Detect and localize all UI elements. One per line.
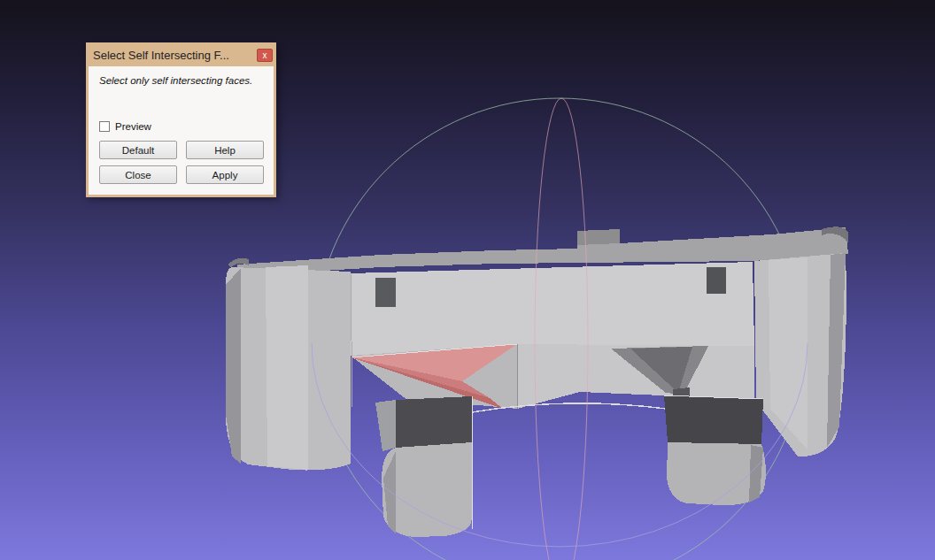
default-button[interactable]: Default: [99, 141, 177, 159]
dialog-description: Select only self intersecting faces.: [99, 75, 265, 86]
preview-checkbox-row[interactable]: Preview: [99, 121, 265, 132]
preview-checkbox[interactable]: [99, 121, 110, 132]
help-button[interactable]: Help: [186, 141, 264, 159]
dialog-buttons: Default Help Close Apply: [99, 141, 265, 184]
apply-button[interactable]: Apply: [186, 165, 264, 184]
dialog-body: Select only self intersecting faces. Pre…: [89, 66, 274, 195]
preview-label: Preview: [115, 121, 151, 132]
close-button[interactable]: Close: [99, 165, 177, 184]
close-icon[interactable]: x: [257, 49, 273, 62]
dialog-titlebar[interactable]: Select Self Intersecting F... x: [88, 44, 274, 66]
dialog-title: Select Self Intersecting F...: [93, 49, 229, 62]
select-self-intersecting-dialog: Select Self Intersecting F... x Select o…: [86, 42, 276, 197]
mesh-model: [226, 226, 848, 537]
